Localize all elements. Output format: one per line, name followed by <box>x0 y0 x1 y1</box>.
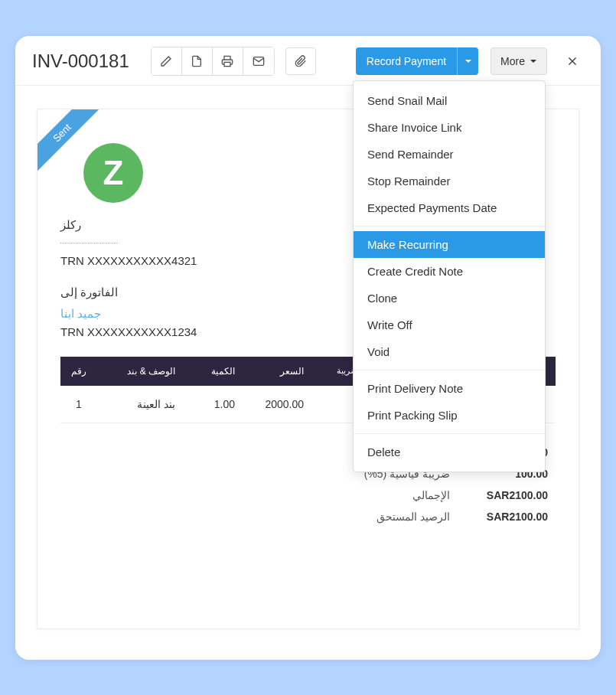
close-icon <box>565 54 579 68</box>
menu-clone[interactable]: Clone <box>354 285 545 312</box>
balance-label: الرصيد المستحق <box>326 511 464 523</box>
td-rate: 2000.00 <box>235 398 304 410</box>
company-logo: Z <box>83 143 143 203</box>
menu-print-delivery-note[interactable]: Print Delivery Note <box>354 375 545 402</box>
caret-down-icon <box>464 57 472 65</box>
menu-send-snail-mail[interactable]: Send Snail Mail <box>354 87 545 114</box>
dotted-separator <box>60 243 118 243</box>
close-button[interactable] <box>561 50 584 73</box>
more-dropdown-menu: Send Snail Mail Share Invoice Link Send … <box>353 80 546 472</box>
td-desc: بند العينة <box>97 398 181 410</box>
th-rate: السعر <box>235 366 304 377</box>
edit-button[interactable] <box>152 47 182 75</box>
menu-write-off[interactable]: Write Off <box>354 312 545 338</box>
print-button[interactable] <box>213 47 243 75</box>
menu-share-invoice-link[interactable]: Share Invoice Link <box>354 114 545 141</box>
menu-expected-payments-date[interactable]: Expected Payments Date <box>354 194 545 221</box>
pencil-icon <box>160 55 172 67</box>
balance-line: الرصيد المستحق SAR2100.00 <box>326 511 548 523</box>
menu-separator <box>354 226 545 227</box>
menu-stop-remainder[interactable]: Stop Remainder <box>354 168 545 194</box>
total-label: الإجمالي <box>326 489 464 501</box>
invoice-title: INV-000181 <box>32 51 129 72</box>
menu-void[interactable]: Void <box>354 338 545 365</box>
svg-rect-0 <box>224 62 230 66</box>
th-num: رقم <box>60 366 97 377</box>
paperclip-icon <box>295 55 307 67</box>
menu-delete[interactable]: Delete <box>354 439 545 465</box>
menu-print-packing-slip[interactable]: Print Packing Slip <box>354 402 545 429</box>
td-qty: 1.00 <box>181 398 235 410</box>
email-button[interactable] <box>243 47 274 75</box>
td-num: 1 <box>60 398 97 410</box>
menu-separator <box>354 433 545 434</box>
mail-icon <box>253 55 265 67</box>
attachment-button[interactable] <box>285 47 316 75</box>
th-qty: الكمية <box>181 366 235 377</box>
menu-make-recurring[interactable]: Make Recurring <box>354 231 545 258</box>
app-window: INV-000181 Record Payment <box>15 36 601 660</box>
pdf-icon <box>191 55 203 67</box>
record-payment-button[interactable]: Record Payment <box>356 47 457 75</box>
record-payment-dropdown-toggle[interactable] <box>457 47 478 75</box>
action-icon-group <box>151 47 275 76</box>
total-value: SAR2100.00 <box>464 489 548 501</box>
print-icon <box>221 55 233 67</box>
toolbar: INV-000181 Record Payment <box>15 36 601 86</box>
total-line: الإجمالي SAR2100.00 <box>326 489 548 501</box>
more-button[interactable]: More <box>491 47 547 75</box>
pdf-button[interactable] <box>182 47 213 75</box>
menu-create-credit-note[interactable]: Create Credit Note <box>354 258 545 285</box>
balance-value: SAR2100.00 <box>464 511 548 523</box>
menu-separator <box>354 370 545 370</box>
more-label: More <box>500 55 525 67</box>
caret-down-icon <box>530 57 537 65</box>
th-desc: الوصف & بند <box>97 366 181 377</box>
menu-send-remainder[interactable]: Send Remainder <box>354 141 545 168</box>
